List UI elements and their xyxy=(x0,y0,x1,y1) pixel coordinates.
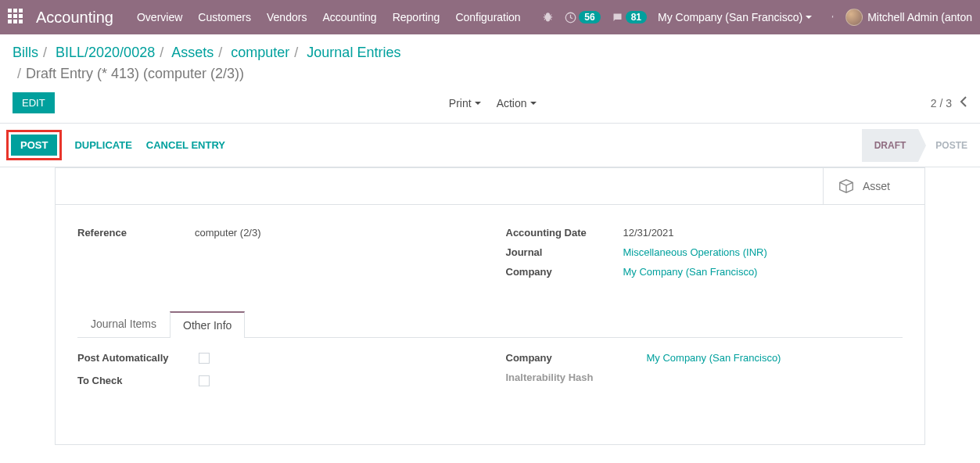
asset-stat-button[interactable]: Asset xyxy=(823,168,924,204)
crumb-current: Draft Entry (* 413) (computer (2/3)) xyxy=(26,66,244,81)
menu-customers[interactable]: Customers xyxy=(198,11,251,23)
menu-accounting[interactable]: Accounting xyxy=(322,11,376,23)
caret-down-icon xyxy=(475,102,481,105)
stat-row: Asset xyxy=(56,168,924,205)
accounting-date-label: Accounting Date xyxy=(506,227,623,239)
other-col-left: Post Automatically To Check xyxy=(77,352,475,397)
menu-vendors[interactable]: Vendors xyxy=(267,11,307,23)
status-draft[interactable]: Draft xyxy=(862,129,919,162)
status-posted[interactable]: Poste xyxy=(918,129,980,162)
post-highlight: Post xyxy=(6,130,62,160)
action-dropdown[interactable]: Action xyxy=(497,97,537,109)
user-menu[interactable]: Mitchell Admin (anton xyxy=(845,9,972,26)
breadcrumb-zone: Bills/ BILL/2020/0028/ Assets/ computer/… xyxy=(0,34,980,89)
journal-label: Journal xyxy=(506,246,623,258)
accounting-date-value: 12/31/2021 xyxy=(623,227,903,239)
other-grid: Post Automatically To Check Company My C… xyxy=(77,352,903,397)
inalt-hash-label: Inalterability Hash xyxy=(506,371,647,383)
field-reference: Reference computer (2/3) xyxy=(77,227,475,239)
crumb-computer[interactable]: computer xyxy=(231,45,289,60)
top-navbar: Accounting Overview Customers Vendors Ac… xyxy=(0,0,980,34)
tab-journal-items[interactable]: Journal Items xyxy=(77,310,170,337)
field-other-company: Company My Company (San Francisco) xyxy=(506,352,903,364)
company-label: Company xyxy=(506,266,623,278)
edit-button[interactable]: Edit xyxy=(13,92,55,113)
field-col-left: Reference computer (2/3) xyxy=(77,227,475,285)
user-name: Mitchell Admin (anton xyxy=(867,11,972,23)
field-post-auto: Post Automatically xyxy=(77,352,475,364)
caret-down-icon xyxy=(806,16,812,19)
message-count: 81 xyxy=(626,11,647,23)
message-indicator[interactable]: 81 xyxy=(612,11,647,23)
statusbar-buttons: Post Duplicate Cancel Entry xyxy=(0,124,227,167)
tools-icon[interactable] xyxy=(823,12,835,23)
other-company-value[interactable]: My Company (San Francisco) xyxy=(647,352,903,364)
to-check-label: To Check xyxy=(77,375,199,386)
company-name: My Company (San Francisco) xyxy=(658,11,802,23)
breadcrumb: Bills/ BILL/2020/0028/ Assets/ computer/… xyxy=(13,42,967,84)
field-grid: Reference computer (2/3) Accounting Date… xyxy=(77,227,903,285)
app-title[interactable]: Accounting xyxy=(36,9,113,27)
status-steps: Draft Poste xyxy=(862,129,980,162)
other-company-label: Company xyxy=(506,352,647,364)
journal-value[interactable]: Miscellaneous Operations (INR) xyxy=(623,246,903,258)
form-card: Asset Reference computer (2/3) Accountin… xyxy=(55,167,925,445)
menu-reporting[interactable]: Reporting xyxy=(393,11,440,23)
post-auto-label: Post Automatically xyxy=(77,352,199,364)
field-col-right: Accounting Date 12/31/2021 Journal Misce… xyxy=(506,227,903,285)
status-bar: Post Duplicate Cancel Entry Draft Poste xyxy=(0,123,980,167)
apps-icon[interactable] xyxy=(8,9,25,26)
field-inalt-hash: Inalterability Hash xyxy=(506,371,903,383)
cancel-entry-button[interactable]: Cancel Entry xyxy=(145,135,227,156)
menu-overview[interactable]: Overview xyxy=(137,11,182,23)
tabs: Journal Items Other Info xyxy=(77,310,903,338)
activity-indicator[interactable]: 56 xyxy=(565,11,600,23)
tab-other-info[interactable]: Other Info xyxy=(170,311,245,338)
reference-value: computer (2/3) xyxy=(195,227,475,239)
pager: 2 / 3 xyxy=(931,96,967,109)
crumb-journal[interactable]: Journal Entries xyxy=(307,45,400,60)
duplicate-button[interactable]: Duplicate xyxy=(73,135,133,156)
action-center: Print Action xyxy=(449,97,537,109)
field-to-check: To Check xyxy=(77,375,475,386)
field-company: Company My Company (San Francisco) xyxy=(506,266,903,278)
post-auto-checkbox[interactable] xyxy=(199,353,210,364)
company-value[interactable]: My Company (San Francisco) xyxy=(623,266,903,278)
reference-label: Reference xyxy=(77,227,195,239)
post-button[interactable]: Post xyxy=(11,135,57,156)
bug-icon[interactable] xyxy=(542,12,554,23)
box-icon xyxy=(838,178,855,195)
crumb-bills[interactable]: Bills xyxy=(13,45,38,60)
menu-configuration[interactable]: Configuration xyxy=(455,11,520,23)
crumb-assets[interactable]: Assets xyxy=(171,45,214,60)
to-check-checkbox[interactable] xyxy=(199,375,210,386)
avatar xyxy=(845,9,863,26)
content-wrap: Asset Reference computer (2/3) Accountin… xyxy=(0,167,980,445)
field-journal: Journal Miscellaneous Operations (INR) xyxy=(506,246,903,258)
asset-label: Asset xyxy=(863,180,890,192)
pager-text[interactable]: 2 / 3 xyxy=(931,97,952,109)
company-switcher[interactable]: My Company (San Francisco) xyxy=(658,11,812,23)
chat-icon xyxy=(612,12,623,23)
field-accounting-date: Accounting Date 12/31/2021 xyxy=(506,227,903,239)
tab-content-other: Post Automatically To Check Company My C… xyxy=(77,338,903,429)
top-right: 56 81 My Company (San Francisco) Mitchel… xyxy=(542,9,972,26)
caret-down-icon xyxy=(530,102,537,105)
action-bar: Edit Print Action 2 / 3 xyxy=(0,89,980,123)
activity-count: 56 xyxy=(579,11,600,23)
form-body: Reference computer (2/3) Accounting Date… xyxy=(56,205,924,444)
pager-prev-icon[interactable] xyxy=(960,96,967,109)
print-dropdown[interactable]: Print xyxy=(449,97,481,109)
top-menu: Overview Customers Vendors Accounting Re… xyxy=(137,11,521,23)
other-col-right: Company My Company (San Francisco) Inalt… xyxy=(506,352,903,397)
crumb-bill-num[interactable]: BILL/2020/0028 xyxy=(56,45,155,60)
clock-icon xyxy=(565,12,576,23)
